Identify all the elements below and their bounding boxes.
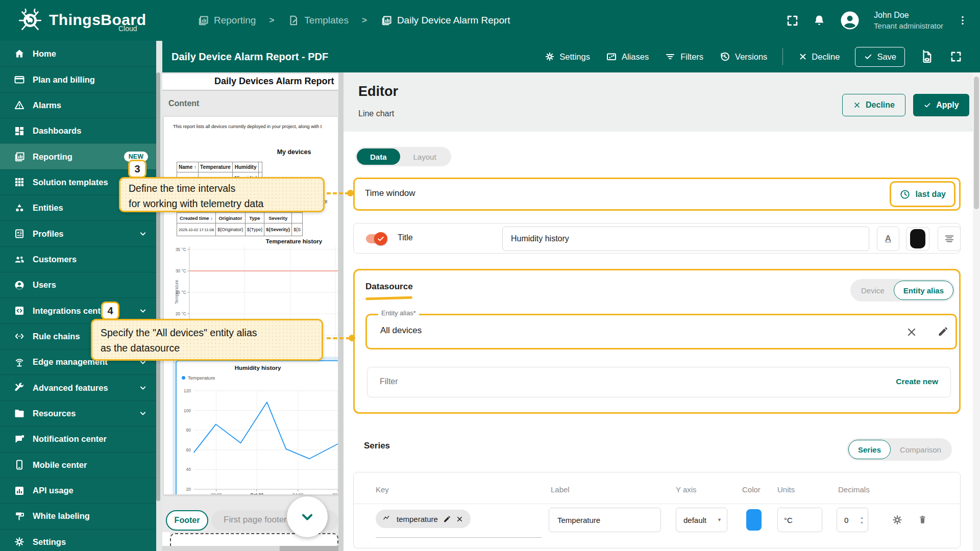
report-icon — [197, 14, 209, 27]
preview-vscrollbar[interactable] — [338, 72, 344, 551]
preview-report-icon[interactable] — [920, 50, 934, 64]
units-input[interactable] — [777, 508, 822, 532]
filters-button[interactable]: Filters — [664, 51, 703, 63]
breadcrumb-item[interactable]: Templates — [287, 14, 349, 27]
create-new-link[interactable]: Create new — [896, 377, 938, 386]
edit-pencil-icon[interactable] — [443, 515, 451, 523]
close-icon — [798, 52, 807, 61]
sidebar-item-settings[interactable]: Settings — [0, 529, 156, 551]
series-column-header: Color — [742, 485, 761, 494]
sidebar-item-resources[interactable]: Resources — [0, 400, 156, 426]
versions-button[interactable]: Versions — [719, 51, 767, 63]
sidebar-item-api-usage[interactable]: API usage — [0, 478, 156, 503]
entity-alias-field[interactable]: Entity alias* All devices — [365, 314, 957, 349]
mode-option-comparison[interactable]: Comparison — [891, 440, 950, 459]
tab-layout[interactable]: Layout — [400, 148, 450, 165]
footer-chip[interactable]: Footer — [166, 510, 208, 531]
stepper-arrows[interactable]: ▲▼ — [860, 516, 864, 524]
sidebar-item-advanced-features[interactable]: Advanced features — [0, 374, 156, 400]
editor-apply-button[interactable]: Apply — [913, 94, 969, 116]
avatar[interactable] — [839, 10, 861, 31]
remove-icon[interactable] — [456, 515, 463, 523]
series-key-chip[interactable]: temperature — [376, 510, 471, 528]
callout-3-connector — [327, 192, 349, 194]
notifications-bell-icon[interactable] — [813, 14, 826, 27]
series-settings-gear-icon[interactable] — [891, 514, 903, 526]
report-content-card[interactable]: This report lists all devices currently … — [163, 116, 338, 495]
check-icon — [377, 235, 385, 243]
page-edge — [162, 532, 170, 546]
preview-hscrollbar[interactable] — [162, 546, 338, 551]
series-delete-trash-icon[interactable] — [917, 514, 928, 525]
humidity-chart-widget-selected[interactable]: Humidity history Temperature 12010080604… — [176, 360, 338, 495]
series-label-input[interactable] — [549, 508, 661, 532]
breadcrumb-item[interactable]: Reporting — [197, 14, 256, 27]
save-button[interactable]: Save — [855, 47, 905, 67]
sidebar-item-customers[interactable]: Customers — [0, 246, 156, 272]
settings-button[interactable]: Settings — [544, 51, 590, 62]
gear-icon — [544, 51, 555, 62]
fullscreen-icon[interactable] — [786, 14, 799, 28]
time-window-value-button[interactable]: last day — [890, 181, 955, 207]
sidebar-item-mobile-center[interactable]: Mobile center — [0, 452, 156, 478]
callout-4-badge: 4 — [101, 302, 119, 320]
y-axis-value: default — [683, 516, 706, 524]
sidebar-item-profiles[interactable]: Profiles — [0, 220, 156, 246]
alignment-button[interactable] — [938, 227, 961, 251]
editor-decline-button[interactable]: Decline — [842, 94, 905, 116]
user-block[interactable]: John Doe Tenant administrator — [874, 10, 943, 31]
callout-4-connector — [327, 337, 350, 339]
decimals-value: 0 — [844, 516, 848, 524]
y-axis-select[interactable]: default ▼ — [676, 508, 727, 532]
time-window-card[interactable]: Time window last day — [353, 178, 961, 211]
time-window-label: Time window — [365, 188, 415, 198]
edit-pencil-icon[interactable] — [937, 325, 949, 338]
title-input[interactable] — [502, 227, 869, 251]
breadcrumb-label: Templates — [304, 15, 349, 26]
series-column-header: Key — [376, 485, 389, 494]
reporting-icon — [13, 151, 26, 163]
title-toggle-on[interactable] — [366, 233, 386, 245]
sidebar-item-white-labeling[interactable]: White labeling — [0, 503, 156, 529]
collapse-fab[interactable] — [287, 496, 328, 537]
breadcrumb-item[interactable]: Daily Device Alarm Report — [380, 14, 510, 27]
font-style-button[interactable]: A — [877, 227, 899, 251]
check-icon — [864, 52, 873, 61]
sidebar-item-notification-center[interactable]: Notification center — [0, 426, 156, 452]
fullscreen-icon[interactable] — [949, 50, 963, 63]
close-icon — [853, 101, 861, 109]
editor-scrollbar[interactable] — [973, 72, 980, 551]
kebab-menu-icon[interactable] — [957, 14, 969, 27]
datasource-type-toggle[interactable]: Device Entity alias — [850, 279, 955, 302]
profiles-icon — [13, 228, 26, 240]
sidebar-item-label: Settings — [33, 537, 66, 547]
sidebar-item-alarms[interactable]: Alarms — [0, 92, 156, 118]
clear-icon[interactable] — [905, 326, 918, 338]
decimals-stepper[interactable]: 0 ▲▼ — [837, 508, 868, 532]
sidebar-item-label: Plan and billing — [33, 75, 95, 85]
sidebar-item-label: Notification center — [33, 434, 107, 444]
type-option-entity-alias[interactable]: Entity alias — [894, 281, 953, 300]
sidebar-scrollbar[interactable] — [156, 41, 162, 551]
svg-text:20 °C: 20 °C — [176, 311, 186, 316]
footer-type-label: First page footer — [224, 515, 287, 525]
thingsboard-bug-icon — [15, 5, 45, 35]
type-option-device[interactable]: Device — [852, 281, 894, 300]
mode-option-series[interactable]: Series — [848, 440, 891, 459]
title-row-card: Title A — [353, 223, 961, 254]
filter-field[interactable]: Filter Create new — [367, 367, 951, 397]
solution-templates-icon — [13, 176, 26, 188]
sidebar-item-users[interactable]: Users — [0, 272, 156, 297]
decline-button[interactable]: Decline — [798, 52, 840, 62]
title-color-button[interactable] — [906, 227, 929, 251]
series-column-header: Label — [551, 485, 570, 494]
sidebar-item-home[interactable]: Home — [0, 41, 156, 66]
aliases-button[interactable]: Aliases — [605, 51, 649, 63]
series-mode-toggle[interactable]: Series Comparison — [847, 438, 952, 461]
tab-data[interactable]: Data — [357, 148, 400, 165]
series-color-swatch[interactable] — [746, 509, 762, 531]
callout-3-line-1: Define the time intervals — [129, 181, 315, 196]
sidebar-item-dashboards[interactable]: Dashboards — [0, 118, 156, 143]
time-window-value: last day — [915, 190, 946, 199]
sidebar-item-plan-and-billing[interactable]: Plan and billing — [0, 66, 156, 92]
